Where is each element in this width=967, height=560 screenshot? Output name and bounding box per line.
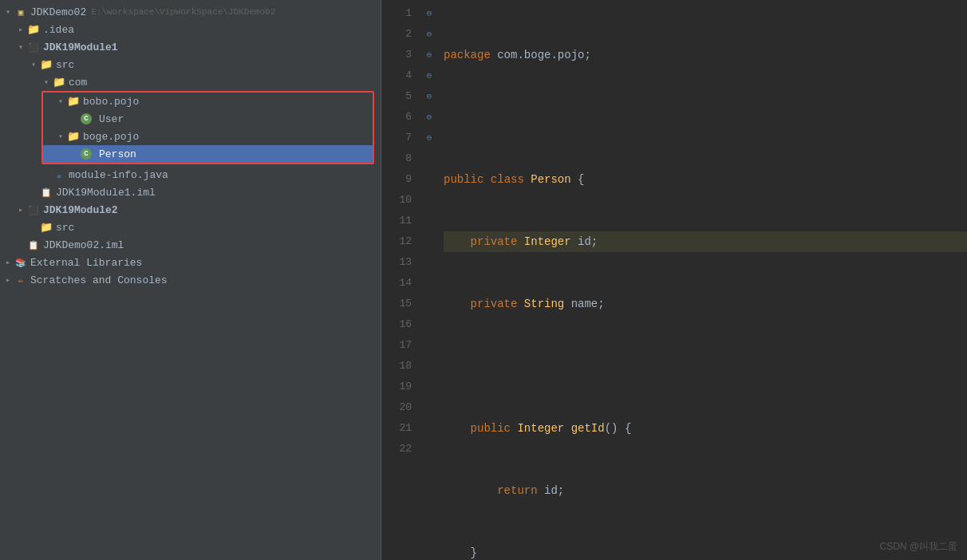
spacer xyxy=(41,170,51,179)
tree-item-src2[interactable]: 📁 src xyxy=(0,219,381,236)
tree-item-jdkdemo02-iml[interactable]: 📋 JDKDemo02.iml xyxy=(0,236,381,254)
module-icon: ⬛ xyxy=(27,203,40,216)
tree-label: .idea xyxy=(43,24,74,36)
tree-label: Scratches and Consoles xyxy=(30,274,168,286)
code-line-1: package com.boge.pojo; xyxy=(444,45,967,65)
class-icon: C xyxy=(80,112,93,125)
iml-icon: 📋 xyxy=(40,186,53,199)
spacer xyxy=(29,223,38,232)
arrow-icon: ▸ xyxy=(16,205,26,215)
tree-label: JDK19Module1.iml xyxy=(56,187,156,199)
file-tree[interactable]: ▾ ▣ JDKDemo02 E:\workspace\VipWorkSpace\… xyxy=(0,0,381,560)
module-icon: ⬛ xyxy=(27,41,40,53)
tree-item-src[interactable]: ▾ 📁 src xyxy=(0,56,381,73)
code-line-8: return id; xyxy=(444,480,967,501)
tree-item-jdk19module1[interactable]: ▾ ⬛ JDK19Module1 xyxy=(0,38,381,56)
arrow-icon: ▸ xyxy=(3,275,13,285)
tree-item-boge-pojo[interactable]: ▾ 📁 boge.pojo xyxy=(43,128,373,145)
folder-icon: 📁 xyxy=(27,23,40,36)
folder-icon: 📁 xyxy=(53,76,65,89)
arrow-icon: ▸ xyxy=(16,25,26,34)
folder-icon: 📁 xyxy=(40,221,53,234)
code-line-7: public Integer getId() { xyxy=(444,418,967,439)
spacer xyxy=(16,240,26,250)
watermark: CSDN @叫我二蛋 xyxy=(879,540,957,554)
iml-icon: 📋 xyxy=(27,239,40,251)
arrow-icon: ▾ xyxy=(3,7,13,17)
tree-label: Person xyxy=(99,148,136,160)
arrow-icon: ▾ xyxy=(29,60,38,69)
arrow-icon: ▾ xyxy=(56,132,65,141)
tree-label: JDKDemo02 xyxy=(30,6,86,18)
project-icon: ▣ xyxy=(14,6,27,18)
arrow-icon: ▾ xyxy=(56,97,65,106)
gutter: ⊖ ⊖ ⊖ ⊖ ⊖ ⊖ ⊖ xyxy=(421,3,437,557)
java-icon: ☕ xyxy=(53,168,65,181)
tree-label: JDKDemo02.iml xyxy=(43,239,124,251)
code-line-4: private Integer id; xyxy=(444,231,967,252)
tree-item-bobo-pojo[interactable]: ▾ 📁 bobo.pojo xyxy=(43,93,373,110)
line-numbers: 1 2 3 4 5 6 7 8 9 10 11 12 13 14 15 16 1… xyxy=(381,3,421,557)
tree-label: JDK19Module2 xyxy=(43,204,118,216)
code-area[interactable]: 1 2 3 4 5 6 7 8 9 10 11 12 13 14 15 16 1… xyxy=(381,0,967,560)
tree-label: src xyxy=(56,59,74,71)
tree-item-jdk19module1-iml[interactable]: 📋 JDK19Module1.iml xyxy=(0,183,381,201)
tree-item-jdkdemo02[interactable]: ▾ ▣ JDKDemo02 E:\workspace\VipWorkSpace\… xyxy=(0,3,381,21)
spacer xyxy=(29,187,38,197)
tree-path: E:\workspace\VipWorkSpace\JDKDemo02 xyxy=(91,7,275,17)
arrow-icon: ▸ xyxy=(3,258,13,267)
tree-label: boge.pojo xyxy=(83,131,139,143)
arrow-icon: ▾ xyxy=(16,42,26,52)
tree-label: src xyxy=(56,222,74,234)
scratch-icon: ✏️ xyxy=(14,274,27,286)
code-content: package com.boge.pojo; public class Pers… xyxy=(437,3,967,557)
tree-label: External Libraries xyxy=(30,257,142,269)
code-editor: 1 2 3 4 5 6 7 8 9 10 11 12 13 14 15 16 1… xyxy=(381,0,967,560)
highlight-region: ▾ 📁 bobo.pojo C User ▾ 📁 boge.pojo C Per… xyxy=(41,91,374,164)
tree-label: com xyxy=(69,77,87,89)
tree-label: User xyxy=(99,113,124,125)
folder-icon: 📁 xyxy=(67,130,80,143)
spacer xyxy=(69,149,78,159)
tree-item-com[interactable]: ▾ 📁 com xyxy=(0,73,381,91)
tree-label: JDK19Module1 xyxy=(43,41,118,53)
tree-item-scratches[interactable]: ▸ ✏️ Scratches and Consoles xyxy=(0,271,381,289)
tree-item-user[interactable]: C User xyxy=(43,110,373,128)
class-icon: C xyxy=(80,148,93,160)
code-line-5: private String name; xyxy=(444,294,967,314)
tree-item-person[interactable]: C Person xyxy=(43,145,373,163)
spacer xyxy=(69,114,78,124)
code-line-2 xyxy=(444,107,967,128)
folder-icon: 📁 xyxy=(67,95,80,108)
tree-label: bobo.pojo xyxy=(83,96,139,108)
code-line-3: public class Person { xyxy=(444,169,967,190)
arrow-icon: ▾ xyxy=(41,77,51,87)
tree-label: module-info.java xyxy=(69,169,168,181)
folder-icon: 📁 xyxy=(40,58,53,71)
tree-item-extlibs[interactable]: ▸ 📚 External Libraries xyxy=(0,254,381,271)
code-line-6 xyxy=(444,356,967,377)
tree-item-jdk19module2[interactable]: ▸ ⬛ JDK19Module2 xyxy=(0,201,381,219)
tree-item-idea[interactable]: ▸ 📁 .idea xyxy=(0,21,381,38)
tree-item-module-info[interactable]: ☕ module-info.java xyxy=(0,166,381,183)
extlib-icon: 📚 xyxy=(14,256,27,269)
